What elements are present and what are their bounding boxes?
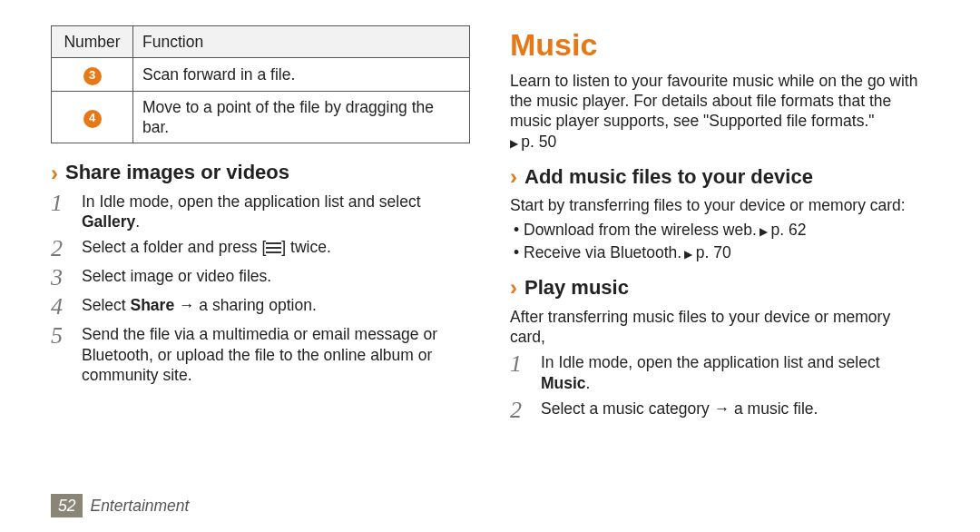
step-item: 1 In Idle mode, open the application lis… — [510, 352, 929, 393]
step-text: Send the file via a multimedia or email … — [82, 324, 470, 385]
page-footer: 52 Entertainment — [51, 494, 189, 517]
play-music-subhead: › Play music — [510, 275, 929, 300]
step-pre: In Idle mode, open the application list … — [82, 192, 421, 211]
bullet-text: Receive via Bluetooth. — [524, 243, 681, 261]
step-number: 2 — [510, 399, 530, 422]
page-number: 52 — [51, 494, 83, 517]
bullet-item: Download from the wireless web.p. 62 — [514, 220, 929, 240]
step-item: 1 In Idle mode, open the application lis… — [51, 192, 470, 232]
step-text: Select a folder and press [] twice. — [82, 237, 470, 261]
step-post: → a sharing option. — [174, 296, 317, 314]
row-number-cell: 3 — [52, 58, 133, 91]
step-text: Select image or video files. — [82, 266, 470, 290]
add-files-subhead-text: Add music files to your device — [524, 164, 813, 190]
step-bold: Music — [541, 374, 586, 392]
play-steps: 1 In Idle mode, open the application lis… — [510, 352, 929, 422]
step-post: . — [135, 212, 140, 231]
chevron-right-icon: › — [510, 166, 517, 188]
share-steps: 1 In Idle mode, open the application lis… — [51, 192, 470, 386]
step-number: 1 — [51, 192, 71, 232]
step-number: 5 — [51, 324, 71, 385]
bullet-item: Receive via Bluetooth.p. 70 — [514, 242, 929, 262]
add-files-bullets: Download from the wireless web.p. 62 Rec… — [510, 220, 929, 263]
footer-section: Entertainment — [90, 496, 189, 516]
music-title: Music — [510, 25, 929, 65]
add-files-intro: Start by transferring files to your devi… — [510, 195, 929, 215]
number-badge-icon: 3 — [83, 67, 102, 85]
row-function-cell: Scan forward in a file. — [133, 58, 470, 91]
step-item: 2 Select a folder and press [] twice. — [51, 237, 470, 261]
row-number-cell: 4 — [52, 91, 133, 143]
header-function: Function — [133, 26, 470, 58]
step-text: Select a music category → a music file. — [541, 399, 929, 422]
page-columns: Number Function 3 Scan forward in a file… — [51, 25, 929, 428]
step-number: 2 — [51, 237, 71, 261]
step-number: 3 — [51, 266, 71, 290]
music-intro: Learn to listen to your favourite music … — [510, 71, 929, 132]
step-bold: Gallery — [82, 212, 135, 231]
share-subhead: › Share images or videos — [51, 160, 470, 185]
step-text: In Idle mode, open the application list … — [82, 192, 470, 232]
add-files-subhead: › Add music files to your device — [510, 164, 929, 190]
step-post: . — [586, 374, 591, 392]
step-item: 4 Select Share → a sharing option. — [51, 295, 470, 319]
page-reference: p. 70 — [681, 243, 731, 261]
table-row: 3 Scan forward in a file. — [52, 58, 470, 91]
step-bold: Share — [131, 296, 175, 314]
chevron-right-icon: › — [51, 163, 58, 184]
page-reference: p. 50 — [510, 132, 929, 152]
play-music-intro: After transferring music files to your d… — [510, 307, 929, 348]
page-reference: p. 62 — [757, 221, 807, 239]
number-badge-icon: 4 — [83, 110, 102, 128]
step-number: 4 — [51, 295, 71, 319]
step-item: 3 Select image or video files. — [51, 266, 470, 290]
row-function-cell: Move to a point of the file by dragging … — [133, 91, 470, 143]
play-music-subhead-text: Play music — [524, 275, 629, 300]
share-subhead-text: Share images or videos — [65, 160, 289, 185]
step-text: In Idle mode, open the application list … — [541, 352, 929, 393]
header-number: Number — [52, 26, 133, 58]
function-table: Number Function 3 Scan forward in a file… — [51, 25, 470, 143]
table-header-row: Number Function — [52, 26, 470, 58]
step-text: Select Share → a sharing option. — [82, 295, 470, 319]
step-item: 2 Select a music category → a music file… — [510, 399, 929, 422]
intro-text: Learn to listen to your favourite music … — [510, 72, 917, 131]
step-item: 5 Send the file via a multimedia or emai… — [51, 324, 470, 385]
menu-icon — [266, 242, 281, 253]
step-pre: Select a folder and press [ — [82, 238, 266, 256]
right-column: Music Learn to listen to your favourite … — [510, 25, 929, 428]
step-number: 1 — [510, 352, 530, 393]
left-column: Number Function 3 Scan forward in a file… — [51, 25, 470, 428]
bullet-text: Download from the wireless web. — [524, 221, 757, 239]
step-pre: Select — [82, 296, 131, 314]
step-pre: In Idle mode, open the application list … — [541, 353, 880, 371]
chevron-right-icon: › — [510, 277, 517, 299]
step-post: ] twice. — [281, 238, 330, 256]
table-row: 4 Move to a point of the file by draggin… — [52, 91, 470, 143]
